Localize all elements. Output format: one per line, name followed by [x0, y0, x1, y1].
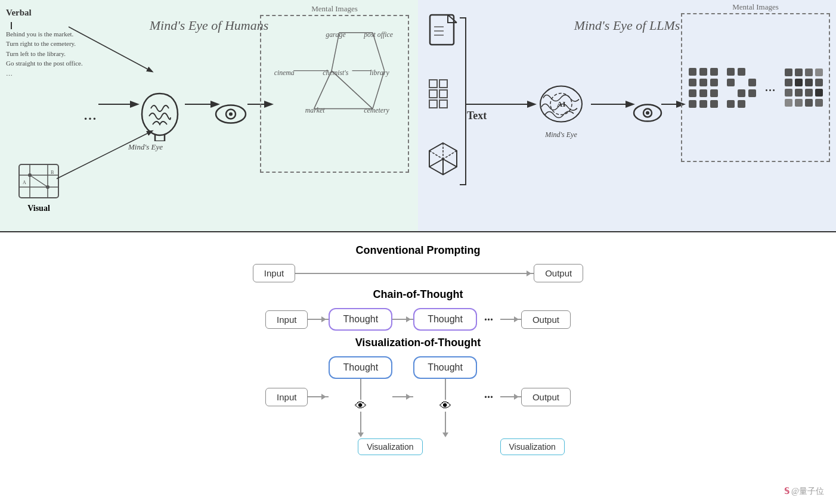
vot-flow: Input Thought 👁 Thought: [48, 356, 788, 455]
svg-text:B: B: [51, 170, 54, 175]
conventional-section: Conventional Prompting Input Output: [48, 244, 788, 282]
top-section: Verbal Behind you is the market. Turn ri…: [0, 0, 836, 232]
bottom-section: Conventional Prompting Input Output Chai…: [0, 232, 836, 467]
cot-title: Chain-of-Thought: [48, 288, 788, 301]
minds-eye-label-llm: Mind's Eye: [534, 130, 588, 139]
cot-arrow-1: [308, 319, 329, 320]
viz-box-1: Visualization: [358, 438, 422, 455]
vot-top-row: Input Thought 👁 Thought: [265, 356, 571, 437]
conventional-title: Conventional Prompting: [48, 244, 788, 257]
mental-images-label-llm: Mental Images: [732, 2, 779, 12]
map-icon: A B: [18, 163, 60, 199]
eye-icon-vot-1: 👁: [355, 400, 367, 412]
svg-text:library: library: [370, 69, 390, 77]
vot-thought-2-col: Thought 👁: [413, 356, 477, 437]
pixel-grid-medium: [727, 68, 756, 108]
minds-eye-label-human: Mind's Eye: [128, 142, 163, 152]
text-label: Text: [467, 110, 487, 122]
vot-arrow-3: [500, 396, 521, 397]
verbal-block: Verbal Behind you is the market. Turn ri…: [6, 6, 83, 78]
verbal-title: Verbal: [6, 6, 83, 20]
thought-box-2-vot: Thought: [413, 356, 477, 379]
cot-flow: Input Thought Thought ··· Output: [48, 308, 788, 331]
vot-dots: ···: [484, 390, 493, 404]
vot-thought-1-col: Thought 👁: [329, 356, 392, 437]
vot-title: Visualization-of-Thought: [48, 337, 788, 349]
svg-rect-44: [429, 100, 437, 108]
cot-section: Chain-of-Thought Input Thought Thought ·…: [48, 288, 788, 331]
svg-text:cemetery: cemetery: [364, 106, 389, 114]
svg-rect-43: [439, 90, 447, 98]
grid-icon: [427, 77, 460, 113]
svg-text:chemist's: chemist's: [323, 69, 349, 77]
pixel-grid-llm: …: [682, 14, 829, 161]
viz-box-2: Visualization: [500, 438, 565, 455]
mental-images-label-human: Mental Images: [311, 4, 358, 14]
eye-icon-llm: [633, 103, 662, 126]
svg-text:market: market: [305, 106, 325, 114]
input-box-conventional: Input: [253, 264, 295, 282]
cot-arrow-2: [392, 319, 413, 320]
svg-line-48: [429, 151, 443, 159]
ai-brain-icon: AI Mind's Eye: [534, 80, 588, 139]
vot-viz-row: Visualization Visualization: [271, 438, 565, 455]
document-icon: [427, 12, 460, 53]
svg-point-61: [646, 111, 649, 115]
dots-left: …: [83, 108, 97, 123]
svg-point-19: [229, 113, 233, 116]
human-side: Verbal Behind you is the market. Turn ri…: [0, 0, 418, 231]
conventional-flow: Input Output: [48, 264, 788, 282]
cot-arrow-3: [500, 319, 521, 320]
input-box-cot: Input: [265, 310, 308, 329]
svg-line-49: [443, 151, 457, 159]
eye-icon-vot-2: 👁: [439, 400, 451, 412]
vot-section: Visualization-of-Thought Input Thought 👁: [48, 337, 788, 455]
thought-box-2-cot: Thought: [413, 308, 477, 331]
thought-box-1-vot: Thought: [329, 356, 392, 379]
llm-side: Text AI: [418, 0, 836, 231]
visual-block: A B Visual: [18, 163, 60, 213]
svg-text:A: A: [23, 180, 26, 185]
svg-line-33: [332, 71, 373, 109]
watermark: 𝕊 @量子位: [784, 486, 824, 497]
svg-text:post office: post office: [363, 30, 393, 39]
eye-icon-human: [215, 104, 247, 127]
mental-images-box-human: Mental Images garage post office cinema …: [260, 15, 409, 173]
vot-arrow-2: [392, 396, 413, 397]
cube-icon: [424, 140, 463, 181]
thought-box-1-cot: Thought: [329, 308, 392, 331]
visual-label: Visual: [18, 204, 60, 213]
mental-map-svg: garage post office cinema chemist's libr…: [261, 16, 408, 172]
cot-dots: ···: [484, 313, 493, 326]
svg-text:cinema: cinema: [274, 69, 295, 77]
svg-rect-36: [430, 15, 454, 45]
svg-line-52: [443, 159, 457, 167]
pixel-grid-large: [785, 69, 823, 107]
conventional-arrow: [295, 273, 534, 274]
output-box-cot: Output: [521, 310, 571, 329]
pixel-dots: …: [765, 82, 776, 94]
svg-line-51: [429, 159, 443, 167]
vot-arrow-1: [308, 396, 329, 397]
input-box-vot: Input: [265, 388, 308, 406]
svg-rect-45: [439, 100, 447, 108]
watermark-icon: 𝕊: [784, 487, 789, 496]
svg-rect-40: [429, 80, 437, 88]
brain-head-icon: [136, 88, 184, 144]
down-arrow-1: 👁: [355, 379, 367, 437]
output-box-conventional: Output: [534, 264, 583, 282]
verbal-text: Behind you is the market. Turn right to …: [6, 29, 83, 79]
down-arrow-2: 👁: [439, 379, 451, 437]
pixel-grid-small: [689, 68, 718, 108]
svg-text:garage: garage: [326, 30, 345, 39]
svg-rect-41: [439, 80, 447, 88]
svg-rect-42: [429, 90, 437, 98]
output-box-vot: Output: [521, 388, 571, 406]
mental-images-box-llm: Mental Images …: [681, 13, 830, 162]
